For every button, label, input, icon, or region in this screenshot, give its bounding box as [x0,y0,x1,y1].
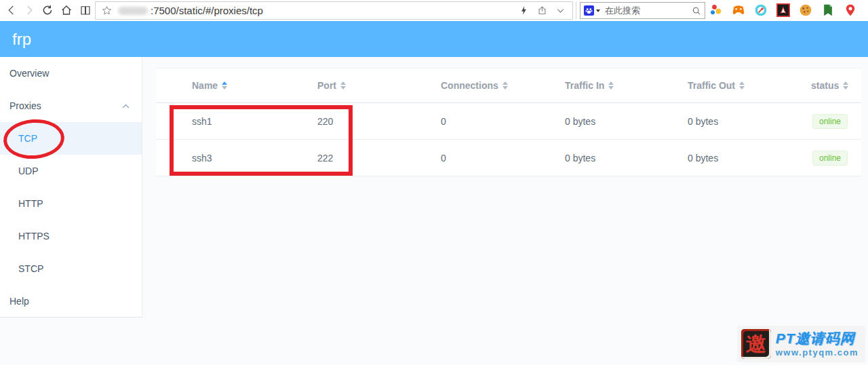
column-header-traffic-in[interactable]: Traffic In [561,80,684,91]
cell-traffic-in: 0 bytes [561,153,684,164]
engine-dropdown-caret[interactable] [596,9,600,12]
game-controller-icon[interactable] [732,3,745,17]
column-header-connections[interactable]: Connections [437,80,561,91]
red-seal-icon: 邀 [741,329,771,359]
extension-icons-row [709,3,857,17]
cell-traffic-out: 0 bytes [684,153,808,164]
refresh-icon[interactable] [41,4,54,16]
sidebar-item-udp[interactable]: UDP [0,155,142,187]
cell-connections: 0 [437,116,561,127]
cookie-icon[interactable] [799,3,812,17]
cell-traffic-out: 0 bytes [684,116,808,127]
sort-caret-name[interactable] [222,81,227,90]
watermark-site-url: www.ptyqm.com [776,347,859,358]
back-icon[interactable] [5,4,18,16]
favorite-star-icon[interactable] [101,5,113,16]
watermark: 邀 PT邀请码网 www.ptyqm.com [737,326,865,362]
column-header-port[interactable]: Port [314,80,437,91]
sidebar-item-label: HTTPS [18,231,50,242]
column-header-status[interactable]: status [808,80,861,91]
sidebar-item-http[interactable]: HTTP [0,187,142,220]
cell-status: online [808,151,861,166]
address-bar[interactable]: :7500/static/#/proxies/tcp [95,1,573,20]
table-header-row: Name Port Connections Traffic In Traffic… [156,68,861,103]
baidu-engine-icon[interactable] [584,5,594,16]
toolbar-divider [576,1,576,19]
sort-caret-port[interactable] [340,81,346,90]
sidebar-item-overview[interactable]: Overview [0,57,142,90]
compass-icon[interactable] [754,3,768,17]
reading-list-icon[interactable] [79,4,92,16]
status-badge: online [812,151,848,166]
green-bookmark-icon[interactable] [821,3,835,17]
share-icon[interactable] [537,5,547,16]
cell-status: online [808,114,861,129]
app-title: frp [12,30,31,49]
chevron-up-icon [122,104,130,109]
forward-icon[interactable] [23,4,35,16]
search-input[interactable]: 在此搜索 [605,5,692,17]
sidebar-item-label: STCP [18,263,43,274]
flash-icon[interactable] [519,5,529,16]
sort-caret-connections[interactable] [502,81,508,90]
status-badge: online [812,114,848,129]
sidebar-item-proxies[interactable]: Proxies [0,90,142,122]
sidebar: Overview Proxies TCP UDP HTTP HTTPS STCP… [0,57,142,318]
search-box[interactable]: 在此搜索 [580,2,705,19]
sidebar-item-help[interactable]: Help [0,285,142,318]
sidebar-item-label: HTTP [18,198,43,209]
sidebar-item-label: UDP [18,166,39,176]
column-header-name[interactable]: Name [189,80,314,91]
sidebar-item-label: Proxies [9,100,41,111]
red-box-annotation [170,105,353,176]
app-header: frp [0,21,868,57]
sort-caret-status[interactable] [843,81,848,90]
url-text[interactable]: :7500/static/#/proxies/tcp [151,5,519,16]
molecule-icon[interactable] [709,3,723,17]
cell-connections: 0 [437,153,561,164]
sort-caret-traffic-in[interactable] [608,81,614,90]
cell-traffic-in: 0 bytes [561,116,684,127]
sidebar-item-label: Overview [9,68,49,79]
home-icon[interactable] [60,4,73,16]
redacted-host-blur [118,7,148,15]
search-icon[interactable] [692,6,701,16]
sidebar-item-stcp[interactable]: STCP [0,252,142,285]
acrobat-icon[interactable] [776,3,790,17]
watermark-site-name: PT邀请码网 [776,330,855,346]
sidebar-item-https[interactable]: HTTPS [0,220,142,252]
browser-toolbar: :7500/static/#/proxies/tcp 在此搜索 [0,0,868,21]
column-header-traffic-out[interactable]: Traffic Out [684,80,808,91]
sort-caret-traffic-out[interactable] [739,81,745,90]
sidebar-item-label: Help [9,296,29,307]
map-pin-icon[interactable] [844,3,857,17]
chevron-down-icon[interactable] [555,5,566,16]
